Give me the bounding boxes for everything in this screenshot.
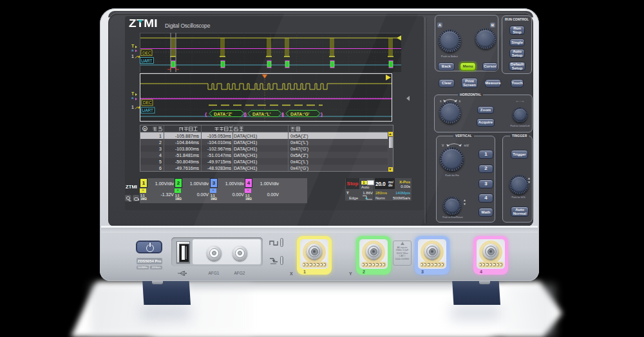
- svg-text:DATA:'G': DATA:'G': [290, 112, 310, 116]
- svg-text:DATA:'Z': DATA:'Z': [214, 112, 232, 116]
- svg-text:DATA:'L': DATA:'L': [252, 112, 271, 116]
- svg-text:UART: UART: [141, 59, 153, 63]
- svg-text:DEC: DEC: [142, 51, 151, 55]
- svg-text:}: }: [321, 111, 323, 117]
- svg-text:UART: UART: [142, 108, 154, 113]
- svg-text:{: {: [281, 111, 283, 117]
- svg-text:{: {: [243, 111, 245, 117]
- svg-text:{: {: [205, 111, 207, 117]
- svg-text:DEC: DEC: [143, 100, 152, 105]
